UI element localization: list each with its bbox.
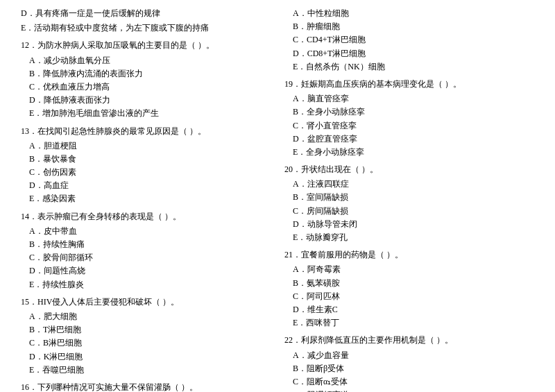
q13-option-b: B．暴饮暴食 [21, 153, 271, 166]
question-continuation: D．具有疼痛一症是一使后缓解的规律 E．活动期有轻或中度贫绪，为左下腹或下腹的持… [21, 7, 271, 35]
q18-option-d: D．CD8+T淋巴细胞 [284, 47, 534, 60]
question-19-title: 19．妊娠期高血压疾病的基本病理变化是（ ）。 [284, 78, 534, 91]
question-20: 20．升状结出现在（ ）。 A．注液四联症 B．室间隔缺损 C．房间隔缺损 D．… [284, 163, 534, 244]
q14-option-b: B．持续性胸痛 [21, 238, 271, 251]
q20-option-d: D．动脉导管未闭 [284, 218, 534, 231]
q19-option-b: B．全身小动脉痉挛 [284, 105, 534, 119]
question-16: 16．下列哪种情况可实施大量不保留灌肠（ ）。 A．高热病人降温 B．心肌梗死病… [21, 381, 271, 392]
q15-option-e: E．吞噬巴细胞 [21, 364, 271, 377]
q15-option-d: D．K淋巴细胞 [21, 350, 271, 364]
q12-option-e: E．增加肺泡毛细血管渗出液的产生 [21, 107, 271, 120]
q21-option-b: B．氨苯磺胺 [284, 277, 534, 290]
q12-option-a: A．减少动脉血氧分压 [21, 54, 271, 67]
q12-option-c: C．优秩血液压力增高 [21, 80, 271, 94]
q13-option-c: C．创伤因素 [21, 166, 271, 179]
question-13-title: 13．在找闻引起急性肺腺炎的最常见原因是（ ）。 [21, 125, 271, 138]
question-22-title: 22．利尿剂降低直压的主要作用机制是（ ）。 [284, 334, 534, 347]
q15-option-a: A．肥大细胞 [21, 310, 271, 323]
q21-option-d: D．维生素C [284, 303, 534, 316]
q22-option-d: D．阻滞钙离道 [284, 389, 534, 392]
page: D．具有疼痛一症是一使后缓解的规律 E．活动期有轻或中度贫绪，为左下腹或下腹的持… [21, 7, 534, 392]
question-16-title: 16．下列哪种情况可实施大量不保留灌肠（ ）。 [21, 381, 271, 392]
question-12: 12．为防水肿病人采取加压吸氧的主要目的是（ ）。 A．减少动脉血氧分压 B．降… [21, 39, 271, 120]
q14-option-d: D．间题性高烧 [21, 264, 271, 278]
q19-option-c: C．肾小直管痉挛 [284, 119, 534, 133]
q14-option-c: C．胶骨间部循环 [21, 251, 271, 264]
q14-option-a: A．皮中带血 [21, 225, 271, 238]
question-20-title: 20．升状结出现在（ ）。 [284, 163, 534, 176]
q22-option-c: C．阻断α₁受体 [284, 375, 534, 389]
q19-option-e: E．全身小动脉痉挛 [284, 146, 534, 159]
q22-option-a: A．减少血容量 [284, 349, 534, 362]
question-19: 19．妊娠期高血压疾病的基本病理变化是（ ）。 A．脑直管痉挛 B．全身小动脉痉… [284, 78, 534, 159]
q21-option-c: C．阿司匹林 [284, 290, 534, 303]
right-column: A．中性粒细胞 B．肿瘤细胞 C．CD4+T淋巴细胞 D．CD8+T淋巴细胞 E… [284, 7, 534, 392]
question-13: 13．在找闻引起急性肺腺炎的最常见原因是（ ）。 A．胆道梗阻 B．暴饮暴食 C… [21, 125, 271, 206]
q13-option-e: E．感染因素 [21, 192, 271, 205]
q13-option-a: A．胆道梗阻 [21, 139, 271, 153]
q18-option-e: E．自然杀伤（NK）细胞 [284, 60, 534, 74]
q15-option-c: C．B淋巴细胞 [21, 336, 271, 350]
question-12-title: 12．为防水肿病人采取加压吸氧的主要目的是（ ）。 [21, 39, 271, 52]
q12-option-d: D．降低肺液表面张力 [21, 94, 271, 107]
cont-line-e: E．活动期有轻或中度贫绪，为左下腹或下腹的持痛 [21, 22, 271, 35]
q19-option-d: D．盆腔直管痉挛 [284, 133, 534, 146]
q21-option-a: A．阿奇霉素 [284, 263, 534, 276]
question-21: 21．宜餐前服用的药物是（ ）。 A．阿奇霉素 B．氨苯磺胺 C．阿司匹林 D．… [284, 248, 534, 330]
content-columns: D．具有疼痛一症是一使后缓解的规律 E．活动期有轻或中度贫绪，为左下腹或下腹的持… [21, 7, 534, 392]
question-14-title: 14．表示肿瘤已有全身转移的表现是（ ）。 [21, 210, 271, 223]
q20-option-e: E．动脉瓣穿孔 [284, 231, 534, 244]
question-14: 14．表示肿瘤已有全身转移的表现是（ ）。 A．皮中带血 B．持续性胸痛 C．胶… [21, 210, 271, 291]
q14-option-e: E．持续性腺炎 [21, 278, 271, 291]
q20-option-c: C．房间隔缺损 [284, 205, 534, 218]
q15-option-b: B．T淋巴细胞 [21, 323, 271, 336]
q18-option-c: C．CD4+T淋巴细胞 [284, 33, 534, 46]
question-22: 22．利尿剂降低直压的主要作用机制是（ ）。 A．减少血容量 B．阻断β受体 C… [284, 334, 534, 392]
q19-option-a: A．脑直管痉挛 [284, 92, 534, 105]
q13-option-d: D．高血症 [21, 179, 271, 192]
question-18-options: A．中性粒细胞 B．肿瘤细胞 C．CD4+T淋巴细胞 D．CD8+T淋巴细胞 E… [284, 7, 534, 74]
q18-option-a: A．中性粒细胞 [284, 7, 534, 20]
q18-option-b: B．肿瘤细胞 [284, 20, 534, 33]
question-15: 15．HIV侵入人体后主要侵犯和破坏（ ）。 A．肥大细胞 B．T淋巴细胞 C．… [21, 296, 271, 377]
q20-option-a: A．注液四联症 [284, 178, 534, 191]
question-21-title: 21．宜餐前服用的药物是（ ）。 [284, 248, 534, 262]
q22-option-b: B．阻断β受体 [284, 362, 534, 375]
cont-line-d: D．具有疼痛一症是一使后缓解的规律 [21, 7, 271, 20]
question-15-title: 15．HIV侵入人体后主要侵犯和破坏（ ）。 [21, 296, 271, 309]
q20-option-b: B．室间隔缺损 [284, 191, 534, 204]
q12-option-b: B．降低肺液内流涌的表面张力 [21, 67, 271, 80]
q21-option-e: E．西咪替丁 [284, 316, 534, 330]
left-column: D．具有疼痛一症是一使后缓解的规律 E．活动期有轻或中度贫绪，为左下腹或下腹的持… [21, 7, 271, 392]
